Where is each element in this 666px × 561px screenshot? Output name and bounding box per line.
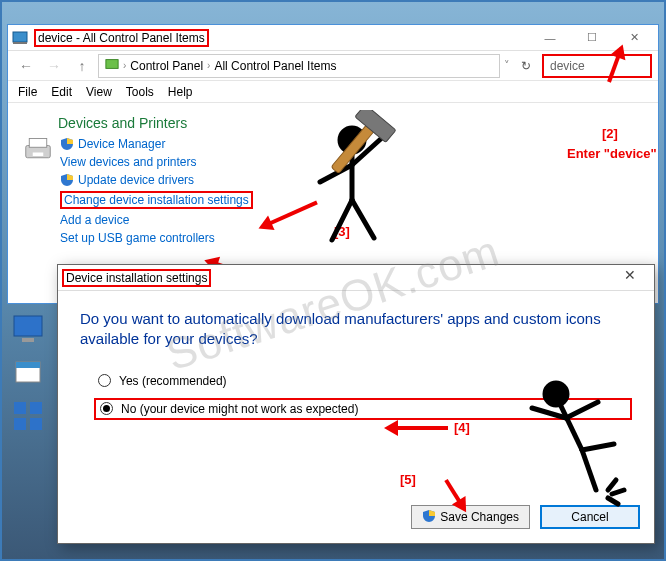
up-button[interactable]: ↑	[70, 54, 94, 78]
link-label: Change device installation settings	[60, 191, 253, 209]
menu-tools[interactable]: Tools	[126, 85, 154, 99]
svg-rect-2	[106, 60, 118, 69]
titlebar: device - All Control Panel Items — ☐ ✕	[8, 25, 658, 51]
link-label: Device Manager	[78, 137, 165, 151]
breadcrumb-dropdown[interactable]: ˅	[504, 59, 510, 72]
svg-rect-13	[14, 402, 26, 414]
shield-icon	[422, 509, 436, 526]
link-usb-controllers[interactable]: Set up USB game controllers	[60, 229, 648, 247]
back-button[interactable]: ←	[14, 54, 38, 78]
link-label: Update device drivers	[78, 173, 194, 187]
link-view-devices[interactable]: View devices and printers	[60, 153, 648, 171]
chevron-right-icon: ›	[207, 60, 210, 71]
device-installation-dialog: Device installation settings ✕ Do you wa…	[57, 264, 655, 544]
radio-icon	[100, 402, 113, 415]
breadcrumb-seg-2[interactable]: All Control Panel Items	[214, 59, 336, 73]
svg-rect-15	[14, 418, 26, 430]
shield-icon	[60, 137, 74, 151]
menubar: File Edit View Tools Help	[8, 81, 658, 103]
control-panel-icon	[12, 30, 28, 46]
shield-icon	[60, 173, 74, 187]
svg-rect-0	[13, 32, 27, 42]
explorer-body: Devices and Printers Device Manager View…	[8, 103, 658, 257]
svg-rect-9	[14, 316, 42, 336]
dialog-title: Device installation settings	[62, 269, 211, 287]
close-button[interactable]: ✕	[610, 267, 650, 289]
refresh-button[interactable]: ↻	[514, 59, 538, 73]
button-label: Save Changes	[440, 510, 519, 524]
svg-rect-14	[30, 402, 42, 414]
menu-view[interactable]: View	[86, 85, 112, 99]
svg-rect-5	[33, 153, 44, 157]
link-device-manager[interactable]: Device Manager	[60, 135, 648, 153]
desktop-icons	[12, 312, 44, 432]
svg-rect-1	[13, 42, 27, 44]
cancel-button[interactable]: Cancel	[540, 505, 640, 529]
svg-rect-12	[16, 362, 40, 368]
menu-file[interactable]: File	[18, 85, 37, 99]
chevron-right-icon: ›	[123, 60, 126, 71]
radio-icon	[98, 374, 111, 387]
desktop-icon[interactable]	[12, 400, 44, 432]
link-label: Set up USB game controllers	[60, 231, 215, 245]
breadcrumb-seg-1[interactable]: Control Panel	[130, 59, 203, 73]
window-title: device - All Control Panel Items	[34, 29, 209, 47]
link-update-drivers[interactable]: Update device drivers	[60, 171, 648, 189]
desktop-icon[interactable]	[12, 356, 44, 388]
link-change-install-settings[interactable]: Change device installation settings	[60, 189, 648, 211]
button-label: Cancel	[571, 510, 608, 524]
maximize-button[interactable]: ☐	[572, 27, 612, 49]
dialog-titlebar: Device installation settings ✕	[58, 265, 654, 291]
forward-button[interactable]: →	[42, 54, 66, 78]
svg-rect-10	[22, 338, 34, 342]
radio-label: No (your device might not work as expect…	[121, 402, 358, 416]
link-label: Add a device	[60, 213, 129, 227]
radio-yes[interactable]: Yes (recommended)	[98, 374, 632, 388]
link-label: View devices and printers	[60, 155, 197, 169]
devices-printers-icon	[24, 135, 52, 163]
navigation-bar: ← → ↑ › Control Panel › All Control Pane…	[8, 51, 658, 81]
breadcrumb[interactable]: › Control Panel › All Control Panel Item…	[98, 54, 500, 78]
dialog-question: Do you want to automatically download ma…	[80, 309, 632, 350]
search-input[interactable]: device	[542, 54, 652, 78]
section-title: Devices and Printers	[58, 115, 648, 131]
minimize-button[interactable]: —	[530, 27, 570, 49]
svg-rect-16	[30, 418, 42, 430]
radio-label: Yes (recommended)	[119, 374, 227, 388]
link-add-device[interactable]: Add a device	[60, 211, 648, 229]
menu-help[interactable]: Help	[168, 85, 193, 99]
menu-edit[interactable]: Edit	[51, 85, 72, 99]
svg-rect-4	[29, 139, 47, 148]
search-value: device	[550, 59, 585, 73]
radio-no[interactable]: No (your device might not work as expect…	[94, 398, 632, 420]
desktop-icon[interactable]	[12, 312, 44, 344]
control-panel-window: device - All Control Panel Items — ☐ ✕ ←…	[7, 24, 659, 304]
breadcrumb-icon	[105, 57, 119, 74]
